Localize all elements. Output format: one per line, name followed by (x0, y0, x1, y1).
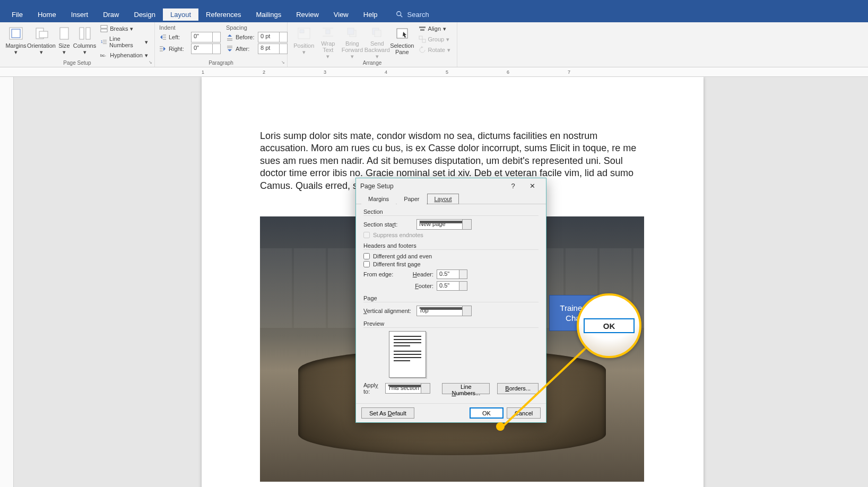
hyphenation-button[interactable]: bc-Hyphenation▾ (98, 51, 150, 59)
indent-left-input[interactable]: 0" (191, 32, 221, 42)
ribbon-group-arrange: Position▾ Wrap Text▾ Bring Forward▾ Send… (288, 22, 457, 67)
columns-button[interactable]: Columns▾ (73, 24, 96, 59)
search-placeholder: Search (407, 11, 429, 19)
breaks-icon (100, 25, 108, 32)
svg-rect-10 (101, 29, 107, 32)
svg-rect-38 (419, 36, 422, 39)
position-icon (296, 27, 313, 40)
group-button: Group▾ (416, 35, 453, 44)
svg-rect-39 (422, 39, 426, 42)
svg-rect-27 (300, 30, 304, 33)
spacing-title: Spacing (226, 24, 288, 31)
indent-left-icon (159, 33, 167, 41)
orientation-icon (33, 27, 50, 40)
tab-mailings[interactable]: Mailings (249, 8, 289, 21)
svg-point-0 (396, 12, 401, 16)
margins-icon (7, 27, 24, 40)
rotate-button: Rotate▾ (416, 46, 453, 54)
wraptext-icon (319, 27, 336, 38)
svg-rect-34 (375, 30, 381, 37)
group-label-pagesetup: Page Setup (0, 60, 154, 66)
group-label-arrange: Arrange (288, 60, 457, 66)
tab-design[interactable]: Design (127, 8, 163, 21)
tab-file[interactable]: File (4, 8, 30, 21)
svg-rect-35 (397, 29, 407, 38)
sendbackward-button: Send Backward▾ (364, 24, 390, 59)
svg-rect-29 (326, 30, 330, 34)
tab-help[interactable]: Help (356, 8, 385, 21)
margins-button[interactable]: Margins▾ (4, 24, 28, 59)
spacing-after-input[interactable]: 8 pt (258, 44, 288, 54)
group-label-paragraph: Paragraph (155, 60, 287, 66)
paragraph-dialog-launcher[interactable]: ↘ (280, 59, 286, 66)
svg-rect-37 (420, 29, 424, 31)
spacing-after-icon (226, 45, 233, 53)
size-icon (56, 27, 73, 40)
search-icon (396, 11, 403, 18)
sendbackward-icon (369, 27, 386, 38)
bringforward-icon (344, 27, 361, 38)
tab-draw[interactable]: Draw (96, 8, 126, 21)
bringforward-button: Bring Forward▾ (340, 24, 364, 59)
spacing-before-icon (226, 33, 233, 41)
svg-text:bc-: bc- (100, 53, 106, 58)
tab-view[interactable]: View (326, 8, 356, 21)
svg-rect-6 (60, 28, 68, 39)
svg-rect-5 (39, 31, 48, 38)
svg-line-1 (400, 15, 402, 18)
ribbon-group-paragraph: Indent Left:0" Right:0" Spacing Before:0… (155, 22, 288, 67)
selectionpane-icon (394, 27, 411, 40)
pagesetup-dialog-launcher[interactable]: ↘ (147, 59, 153, 66)
ruler-horizontal[interactable]: 1 2 3 4 5 6 7 (0, 67, 868, 77)
search-box[interactable]: Search (396, 11, 429, 19)
position-button: Position▾ (292, 24, 316, 59)
hyphenation-icon: bc- (100, 51, 108, 59)
orientation-button[interactable]: Orientation▾ (28, 24, 55, 59)
ribbon: Margins▾ Orientation▾ Size▾ Columns▾ Bre… (0, 22, 868, 67)
wraptext-button: Wrap Text▾ (316, 24, 341, 59)
indent-right-input[interactable]: 0" (191, 44, 221, 54)
ribbon-group-pagesetup: Margins▾ Orientation▾ Size▾ Columns▾ Bre… (0, 22, 155, 67)
tab-references[interactable]: References (198, 8, 248, 21)
breaks-button[interactable]: Breaks▾ (98, 24, 150, 33)
tab-insert[interactable]: Insert (64, 8, 96, 21)
linenumbers-icon: 1 (100, 38, 107, 46)
align-button[interactable]: Align▾ (416, 24, 453, 33)
size-button[interactable]: Size▾ (55, 24, 73, 59)
tab-layout[interactable]: Layout (163, 8, 198, 21)
indent-right-icon (159, 45, 167, 53)
chevron-down-icon: ▾ (14, 49, 18, 55)
svg-rect-7 (80, 28, 84, 39)
svg-rect-36 (419, 27, 426, 28)
spacing-before-input[interactable]: 0 pt (258, 32, 288, 42)
menu-bar: File Home Insert Draw Design Layout Refe… (0, 6, 868, 22)
svg-rect-8 (86, 28, 90, 39)
group-icon (419, 36, 426, 43)
svg-rect-9 (101, 25, 107, 28)
svg-text:1: 1 (101, 39, 103, 44)
rotate-icon (419, 46, 426, 54)
indent-title: Indent (159, 24, 221, 31)
tab-review[interactable]: Review (289, 8, 326, 21)
align-icon (419, 25, 426, 32)
linenumbers-button[interactable]: 1Line Numbers▾ (98, 35, 150, 49)
tab-home[interactable]: Home (30, 8, 64, 21)
columns-icon (76, 27, 93, 40)
svg-rect-32 (348, 28, 354, 34)
window-titlebar (0, 0, 868, 6)
selectionpane-button[interactable]: Selection Pane (390, 24, 414, 59)
